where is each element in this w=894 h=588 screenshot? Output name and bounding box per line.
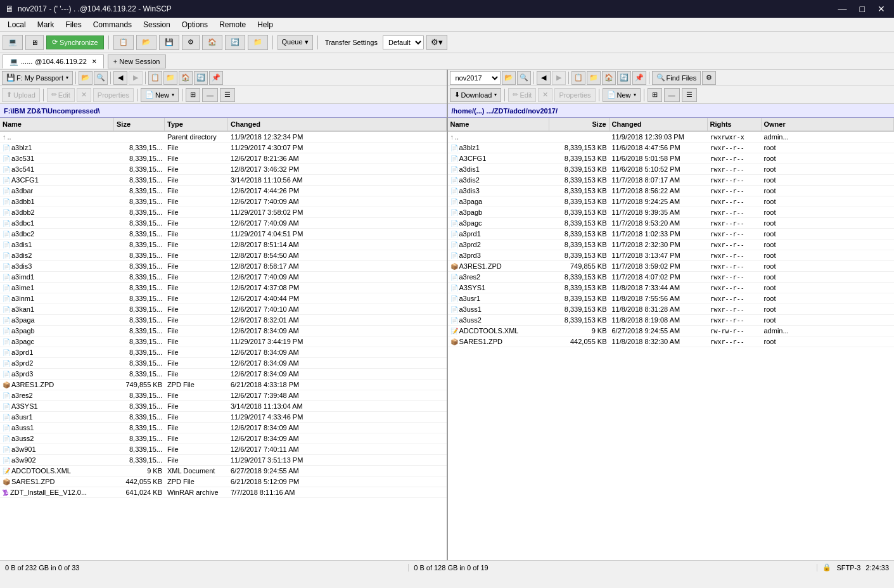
left-col-type[interactable]: Type bbox=[165, 118, 228, 131]
right-file-list[interactable]: ↑ .. 11/9/2018 12:39:03 PM rwxrwxr-x adm… bbox=[448, 132, 895, 560]
right-file-row[interactable]: 📄 a3prd2 8,339,153 KB 11/7/2018 2:32:30 … bbox=[448, 240, 895, 250]
left-file-row[interactable]: 📄 a3dbar 8,339,15... File 12/6/2017 4:44… bbox=[0, 186, 447, 196]
left-file-row[interactable]: 📄 a3dis1 8,339,15... File 12/8/2017 8:51… bbox=[0, 240, 447, 250]
download-button[interactable]: ⬇ Download ▾ bbox=[450, 88, 502, 102]
toolbar-remote-button[interactable]: 🖥 bbox=[25, 35, 44, 50]
right-location-combo[interactable]: nov2017 bbox=[450, 71, 501, 85]
right-back-btn[interactable]: ◀ bbox=[537, 71, 551, 85]
left-col-name[interactable]: Name bbox=[0, 118, 114, 131]
left-file-row[interactable]: 📝 ADCDTOOLS.XML 9 KB XML Document 6/27/2… bbox=[0, 466, 447, 476]
left-col-changed[interactable]: Changed bbox=[228, 118, 447, 131]
left-file-row[interactable]: 📄 a3inm1 8,339,15... File 12/6/2017 4:40… bbox=[0, 293, 447, 304]
toolbar-local-button[interactable]: 💻 bbox=[3, 35, 23, 50]
left-file-row[interactable]: 📦 A3RES1.ZPD 749,855 KB ZPD File 6/21/20… bbox=[0, 380, 447, 390]
right-file-row[interactable]: 📦 SARES1.ZPD 442,055 KB 11/8/2018 8:32:3… bbox=[448, 336, 895, 347]
left-file-row[interactable]: 📄 a3res2 8,339,15... File 12/6/2017 7:39… bbox=[0, 390, 447, 401]
right-nav-btn1[interactable]: 📋 bbox=[572, 71, 585, 85]
right-file-row[interactable]: 📄 a3pagb 8,339,153 KB 11/7/2018 9:39:35 … bbox=[448, 207, 895, 218]
right-nav-btn3[interactable]: 🏠 bbox=[602, 71, 616, 85]
left-nav-btn5[interactable]: 📌 bbox=[209, 71, 223, 85]
left-file-row[interactable]: ↑ .. Parent directory 11/9/2018 12:32:34… bbox=[0, 132, 447, 143]
left-nav-btn1[interactable]: 📋 bbox=[148, 71, 162, 85]
right-file-row[interactable]: 📦 A3RES1.ZPD 749,855 KB 11/7/2018 3:59:0… bbox=[448, 261, 895, 272]
right-nav-btn5[interactable]: 📌 bbox=[632, 71, 646, 85]
right-file-row[interactable]: 📄 a3blz1 8,339,153 KB 11/6/2018 4:47:56 … bbox=[448, 143, 895, 153]
left-file-row[interactable]: 📄 a3dbc1 8,339,15... File 12/6/2017 7:40… bbox=[0, 218, 447, 229]
left-nav-btn3[interactable]: 🏠 bbox=[179, 71, 193, 85]
toolbar-icon2[interactable]: 📂 bbox=[136, 35, 156, 50]
left-file-row[interactable]: 📄 a3usr1 8,339,15... File 11/29/2017 4:3… bbox=[0, 412, 447, 423]
right-filter-btn[interactable]: 🔍 bbox=[517, 71, 531, 85]
right-nav-btn2[interactable]: 📁 bbox=[587, 71, 601, 85]
menu-item-remote[interactable]: Remote bbox=[214, 19, 251, 30]
left-file-row[interactable]: 📄 A3CFG1 8,339,15... File 3/14/2018 11:1… bbox=[0, 175, 447, 186]
left-file-row[interactable]: 📄 a3pagb 8,339,15... File 12/6/2017 8:34… bbox=[0, 326, 447, 336]
session-tab[interactable]: 💻 ...... @104.46.119.22 ✕ bbox=[3, 54, 104, 68]
right-extra-btn1[interactable]: ⊞ bbox=[648, 88, 662, 102]
left-file-row[interactable]: 📄 a3ime1 8,339,15... File 12/6/2017 4:37… bbox=[0, 283, 447, 293]
left-file-row[interactable]: 📄 a3uss1 8,339,15... File 12/6/2017 8:34… bbox=[0, 423, 447, 433]
right-file-row[interactable]: 📄 A3CFG1 8,339,153 KB 11/6/2018 5:01:58 … bbox=[448, 153, 895, 164]
left-file-row[interactable]: 📄 a3blz1 8,339,15... File 11/29/2017 4:3… bbox=[0, 143, 447, 153]
synchronize-button[interactable]: ⟳ Synchronize bbox=[46, 35, 104, 49]
menu-item-files[interactable]: Files bbox=[60, 19, 86, 30]
left-new-button[interactable]: 📄 New ▾ bbox=[141, 88, 179, 102]
right-new-button[interactable]: 📄 New ▾ bbox=[603, 88, 641, 102]
left-file-row[interactable]: 📄 a3pagc 8,339,15... File 11/29/2017 3:4… bbox=[0, 336, 447, 347]
left-file-row[interactable]: 📄 a3kan1 8,339,15... File 12/6/2017 7:40… bbox=[0, 304, 447, 315]
right-file-row[interactable]: 📄 a3usr1 8,339,153 KB 11/8/2018 7:55:56 … bbox=[448, 293, 895, 304]
toolbar-icon6[interactable]: 🔄 bbox=[225, 35, 245, 50]
left-file-row[interactable]: 📄 a3dbb2 8,339,15... File 11/29/2017 3:5… bbox=[0, 207, 447, 218]
left-extra-btn3[interactable]: ☰ bbox=[220, 88, 235, 102]
right-file-row[interactable]: 📄 a3res2 8,339,153 KB 11/7/2018 4:07:02 … bbox=[448, 272, 895, 283]
left-folder-btn[interactable]: 📂 bbox=[79, 71, 93, 85]
left-file-row[interactable]: 📄 a3dbb1 8,339,15... File 12/6/2017 7:40… bbox=[0, 196, 447, 207]
menu-item-session[interactable]: Session bbox=[138, 19, 176, 30]
left-file-list[interactable]: ↑ .. Parent directory 11/9/2018 12:32:34… bbox=[0, 132, 447, 560]
left-back-btn[interactable]: ◀ bbox=[113, 71, 127, 85]
toolbar-icon1[interactable]: 📋 bbox=[113, 35, 134, 50]
menu-item-commands[interactable]: Commands bbox=[88, 19, 137, 30]
left-file-row[interactable]: 📄 a3dbc2 8,339,15... File 11/29/2017 4:0… bbox=[0, 229, 447, 240]
minimize-button[interactable]: — bbox=[834, 4, 851, 14]
right-col-size[interactable]: Size bbox=[549, 118, 610, 131]
right-extra-btn3[interactable]: ☰ bbox=[682, 88, 697, 102]
left-file-row[interactable]: 📄 a3paga 8,339,15... File 12/6/2017 8:32… bbox=[0, 315, 447, 326]
left-file-row[interactable]: 📄 a3w902 8,339,15... File 11/29/2017 3:5… bbox=[0, 455, 447, 466]
menu-item-mark[interactable]: Mark bbox=[32, 19, 60, 30]
left-extra-btn2[interactable]: — bbox=[202, 88, 218, 102]
right-col-changed[interactable]: Changed bbox=[610, 118, 708, 131]
left-file-row[interactable]: 📄 a3prd1 8,339,15... File 12/6/2017 8:34… bbox=[0, 347, 447, 358]
gear-button[interactable]: ⚙ ▾ bbox=[426, 35, 447, 50]
queue-button[interactable]: Queue ▾ bbox=[278, 35, 313, 50]
right-file-row[interactable]: 📄 a3dis2 8,339,153 KB 11/7/2018 8:07:17 … bbox=[448, 175, 895, 186]
left-file-row[interactable]: 🗜 ZDT_Install_EE_V12.0... 641,024 KB Win… bbox=[0, 487, 447, 498]
left-col-size[interactable]: Size bbox=[114, 118, 165, 131]
toolbar-icon3[interactable]: 💾 bbox=[159, 35, 179, 50]
new-session-button[interactable]: + New Session bbox=[108, 54, 166, 68]
left-nav-btn4[interactable]: 🔄 bbox=[194, 71, 208, 85]
right-file-row[interactable]: 📄 a3uss2 8,339,153 KB 11/8/2018 8:19:08 … bbox=[448, 315, 895, 326]
left-file-row[interactable]: 📄 a3uss2 8,339,15... File 12/6/2017 8:34… bbox=[0, 433, 447, 444]
right-nav-btn4[interactable]: 🔄 bbox=[617, 71, 631, 85]
left-file-row[interactable]: 📄 a3prd2 8,339,15... File 12/6/2017 8:34… bbox=[0, 358, 447, 369]
right-extra-btn[interactable]: ⚙ bbox=[702, 71, 716, 85]
left-file-row[interactable]: 📄 A3SYS1 8,339,15... File 3/14/2018 11:1… bbox=[0, 401, 447, 412]
left-file-row[interactable]: 📄 a3dis2 8,339,15... File 12/8/2017 8:54… bbox=[0, 250, 447, 261]
right-file-row[interactable]: 📝 ADCDTOOLS.XML 9 KB 6/27/2018 9:24:55 A… bbox=[448, 326, 895, 336]
right-col-rights[interactable]: Rights bbox=[708, 118, 762, 131]
right-extra-btn2[interactable]: — bbox=[664, 88, 680, 102]
left-extra-btn1[interactable]: ⊞ bbox=[186, 88, 200, 102]
right-col-owner[interactable]: Owner bbox=[762, 118, 895, 131]
right-folder-btn[interactable]: 📂 bbox=[502, 71, 516, 85]
close-button[interactable]: ✕ bbox=[874, 4, 889, 14]
toolbar-icon7[interactable]: 📁 bbox=[248, 35, 268, 50]
menu-item-local[interactable]: Local bbox=[3, 19, 31, 30]
find-files-button[interactable]: 🔍 Find Files bbox=[652, 71, 701, 85]
right-col-name[interactable]: Name bbox=[448, 118, 549, 131]
right-file-row[interactable]: 📄 a3prd3 8,339,153 KB 11/7/2018 3:13:47 … bbox=[448, 250, 895, 261]
left-file-row[interactable]: 📄 a3dis3 8,339,15... File 12/8/2017 8:58… bbox=[0, 261, 447, 272]
left-nav-btn2[interactable]: 📁 bbox=[163, 71, 177, 85]
left-file-row[interactable]: 📄 a3c541 8,339,15... File 12/8/2017 3:46… bbox=[0, 164, 447, 175]
left-file-row[interactable]: 📄 a3imd1 8,339,15... File 12/6/2017 7:40… bbox=[0, 272, 447, 283]
